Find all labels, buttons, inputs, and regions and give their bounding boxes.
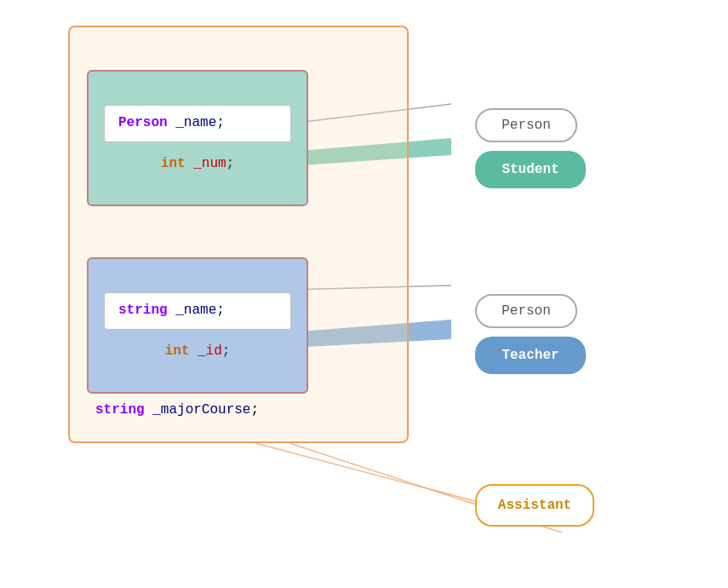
string-keyword-1: Person	[118, 115, 168, 130]
teacher-field-id: int _id;	[165, 343, 231, 359]
name-var-2: _name;	[175, 303, 225, 318]
student-label: Student	[502, 162, 559, 177]
student-field-name: Person _name;	[118, 112, 277, 135]
student-field-num: int _num;	[161, 156, 234, 171]
teacher-block: string _name; int _id;	[87, 257, 308, 394]
person-node-top: Person	[475, 108, 577, 142]
student-node: Student	[475, 151, 586, 188]
teacher-field-name: string _name;	[118, 300, 277, 322]
person-top-label: Person	[502, 118, 551, 133]
student-code-box: Person _name;	[104, 105, 291, 142]
int-keyword-2: int	[165, 343, 190, 359]
assistant-node: Assistant	[475, 484, 594, 527]
num-var: _num	[193, 156, 226, 171]
teacher-node: Teacher	[475, 337, 586, 374]
teacher-label: Teacher	[502, 348, 559, 363]
string-keyword-3: string	[95, 402, 145, 418]
int-keyword-1: int	[161, 156, 186, 171]
person-node-bottom: Person	[475, 294, 577, 328]
string-keyword-2: string	[118, 303, 168, 318]
student-block: Person _name; int _num;	[87, 70, 308, 206]
teacher-code-box: string _name;	[104, 292, 291, 330]
person-bottom-label: Person	[502, 303, 551, 319]
name-var-1: _name;	[175, 115, 225, 130]
assistant-label: Assistant	[498, 498, 571, 513]
major-course-var: _majorCourse	[152, 402, 250, 418]
main-container: Person _name; int _num; string _name; in…	[68, 26, 409, 443]
id-var: _id	[198, 343, 222, 359]
major-course-line: string _majorCourse;	[95, 402, 259, 418]
